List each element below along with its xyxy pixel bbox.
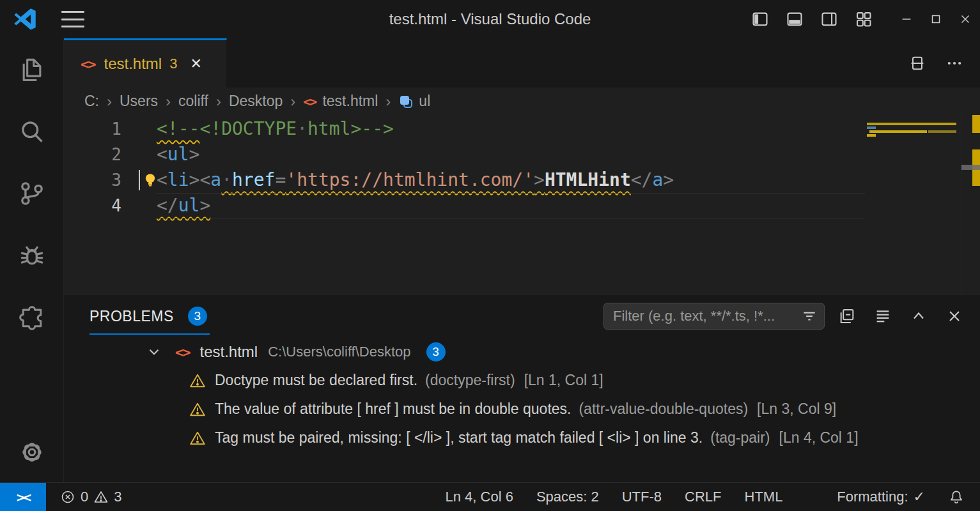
code-token: > [199, 195, 210, 216]
tab-problems[interactable]: PROBLEMS 3 [89, 298, 210, 335]
problems-list: Doctype must be declared first.(doctype-… [64, 366, 980, 452]
code-line-3[interactable]: 3<li><a·href='https://htmlhint.com/'>HTM… [64, 167, 865, 193]
breadcrumb: C: › Users › coliff › Desktop › <> test.… [64, 88, 980, 115]
breadcrumb-separator: › [290, 93, 295, 111]
line-number: 3 [64, 167, 121, 193]
problem-row[interactable]: Tag must be paired, missing: [ </li> ], … [64, 423, 980, 452]
tab-close-icon[interactable]: ✕ [190, 56, 201, 72]
extensions-icon[interactable] [0, 286, 64, 348]
tab-test-html[interactable]: <> test.html 3 ✕ [64, 38, 227, 88]
breadcrumb-separator: › [107, 93, 112, 111]
breadcrumb-coliff[interactable]: coliff [178, 93, 208, 110]
breadcrumb-users[interactable]: Users [120, 93, 158, 110]
minimap[interactable] [867, 123, 961, 138]
toggle-sidebar-icon[interactable] [751, 10, 769, 28]
filter-icon[interactable] [801, 308, 818, 324]
code-line-2[interactable]: 2<ul> [64, 142, 865, 167]
overview-ruler[interactable] [961, 115, 980, 294]
status-language[interactable]: HTML [745, 489, 783, 505]
breadcrumb-file[interactable]: test.html [322, 93, 378, 110]
code-token: html>--> [307, 118, 394, 139]
scrollbar-slider[interactable] [961, 165, 980, 170]
minimize-button[interactable] [892, 0, 921, 38]
chevron-down-icon[interactable] [146, 344, 162, 360]
menu-hamburger-icon[interactable] [61, 11, 84, 27]
more-actions-icon[interactable] [945, 54, 963, 72]
code-token: ul [167, 144, 189, 165]
code-line-4[interactable]: 4</ul> [64, 193, 865, 218]
source-control-icon[interactable] [0, 162, 64, 224]
breadcrumb-drive[interactable]: C: [84, 93, 99, 110]
html-file-icon: <> [81, 56, 95, 72]
close-panel-icon[interactable] [945, 307, 963, 325]
warning-squiggle: <!-- [157, 118, 199, 139]
status-encoding[interactable]: UTF-8 [622, 489, 662, 505]
breadcrumb-symbol[interactable]: ul [419, 93, 430, 110]
search-icon[interactable] [0, 100, 64, 162]
warning-squiggle: ·href='https://htmlhint.com/'>HTMLHint [221, 169, 631, 190]
breadcrumb-desktop[interactable]: Desktop [229, 93, 283, 110]
code-editor[interactable]: 1<!--<!DOCTYPE·html>-->2<ul>3<li><a·href… [64, 115, 980, 294]
code-token: li [167, 169, 189, 190]
close-window-button[interactable] [951, 0, 980, 38]
warning-triangle-icon [93, 489, 109, 505]
customize-layout-icon[interactable] [855, 10, 873, 28]
code-token: = [275, 169, 286, 190]
status-problems[interactable]: 0 3 [60, 489, 122, 505]
html-file-icon: <> [175, 344, 190, 360]
title-bar: test.html - Visual Studio Code [0, 0, 980, 38]
maximize-panel-icon[interactable] [910, 307, 928, 325]
problem-message: Tag must be paired, missing: [ </li> ], … [215, 429, 703, 446]
code-token: < [157, 144, 167, 165]
check-icon: ✓ [914, 489, 925, 505]
tab-problem-count: 3 [169, 56, 177, 72]
settings-gear-icon[interactable] [0, 422, 64, 482]
view-as-list-icon[interactable] [874, 307, 892, 325]
code-token: </ [157, 195, 178, 216]
problems-panel: PROBLEMS 3 [64, 294, 980, 482]
code-token: > [189, 169, 200, 190]
breadcrumb-separator: › [216, 93, 221, 111]
code-token: a [210, 169, 221, 190]
explorer-icon[interactable] [0, 38, 64, 100]
toggle-panel-icon[interactable] [786, 10, 804, 28]
error-count: 0 [81, 489, 88, 505]
problems-file-row[interactable]: <> test.html C:\Users\coliff\Desktop 3 [64, 338, 980, 366]
code-line-1[interactable]: 1<!--<!DOCTYPE·html>--> [64, 116, 865, 142]
problems-tab-label: PROBLEMS [89, 308, 174, 325]
toggle-secondary-sidebar-icon[interactable] [820, 10, 838, 28]
breadcrumb-separator: › [385, 93, 391, 111]
code-area[interactable]: 1<!--<!DOCTYPE·html>-->2<ul>3<li><a·href… [64, 116, 865, 218]
code-token: HTMLHint [545, 169, 631, 190]
code-token: ul [178, 195, 200, 216]
remote-indicator[interactable]: >< [0, 483, 46, 511]
lightbulb-icon[interactable] [142, 172, 159, 188]
error-circle-icon [60, 489, 75, 505]
problem-rule-code: (tag-pair) [710, 429, 770, 446]
maximize-button[interactable] [921, 0, 951, 38]
problem-row[interactable]: The value of attribute [ href ] must be … [64, 395, 980, 423]
file-path: C:\Users\coliff\Desktop [268, 344, 410, 360]
status-bar: >< 0 3 Ln 4, Col 6 Spaces: 2 UTF-8 CRLF … [0, 482, 980, 511]
code-token: · [297, 118, 307, 139]
run-debug-icon[interactable] [0, 224, 64, 286]
vscode-logo-icon [13, 7, 37, 31]
vscode-window: test.html - Visual Studio Code [0, 0, 980, 511]
status-line-col[interactable]: Ln 4, Col 6 [445, 489, 513, 505]
code-token: </ [631, 169, 653, 190]
symbol-element-icon [398, 94, 414, 109]
problems-filter[interactable] [603, 303, 825, 330]
status-indentation[interactable]: Spaces: 2 [536, 489, 599, 505]
activity-bar [0, 38, 64, 482]
line-number: 2 [64, 142, 121, 167]
notifications-bell-icon[interactable] [948, 489, 965, 505]
problems-filter-input[interactable] [613, 308, 801, 324]
collapse-all-icon[interactable] [838, 307, 856, 325]
status-eol[interactable]: CRLF [685, 489, 721, 505]
tab-label: test.html [104, 55, 162, 73]
split-editor-icon[interactable] [908, 54, 926, 72]
problem-rule-code: (attr-value-double-quotes) [579, 400, 748, 418]
tab-bar: <> test.html 3 ✕ [64, 38, 980, 88]
problem-row[interactable]: Doctype must be declared first.(doctype-… [64, 366, 980, 395]
formatting-label: Formatting: [837, 489, 908, 505]
